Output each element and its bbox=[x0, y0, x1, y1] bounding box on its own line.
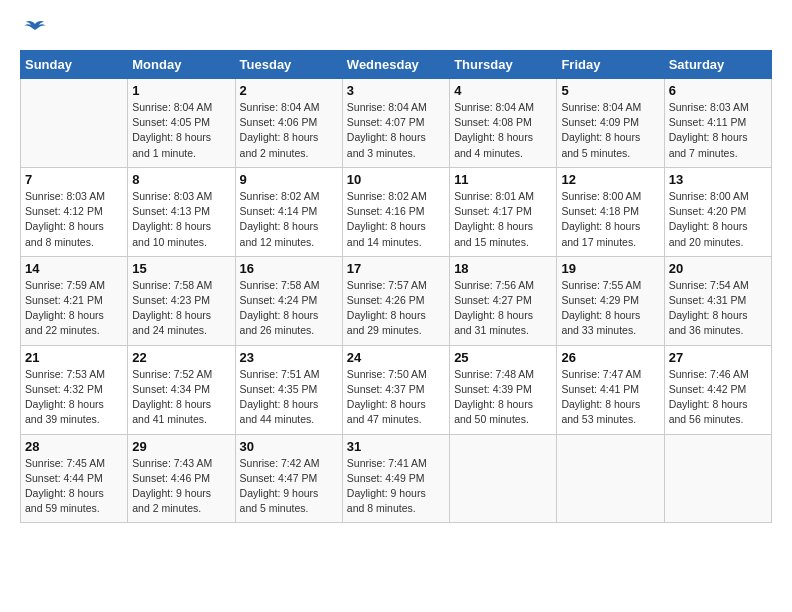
day-info: Sunrise: 8:03 AM Sunset: 4:13 PM Dayligh… bbox=[132, 189, 230, 250]
calendar-table: SundayMondayTuesdayWednesdayThursdayFrid… bbox=[20, 50, 772, 523]
day-info: Sunrise: 8:01 AM Sunset: 4:17 PM Dayligh… bbox=[454, 189, 552, 250]
calendar-body: 1Sunrise: 8:04 AM Sunset: 4:05 PM Daylig… bbox=[21, 79, 772, 523]
calendar-cell: 5Sunrise: 8:04 AM Sunset: 4:09 PM Daylig… bbox=[557, 79, 664, 168]
day-number: 15 bbox=[132, 261, 230, 276]
day-number: 22 bbox=[132, 350, 230, 365]
calendar-cell: 12Sunrise: 8:00 AM Sunset: 4:18 PM Dayli… bbox=[557, 167, 664, 256]
day-info: Sunrise: 7:47 AM Sunset: 4:41 PM Dayligh… bbox=[561, 367, 659, 428]
day-info: Sunrise: 7:56 AM Sunset: 4:27 PM Dayligh… bbox=[454, 278, 552, 339]
calendar-cell: 19Sunrise: 7:55 AM Sunset: 4:29 PM Dayli… bbox=[557, 256, 664, 345]
header-day-wednesday: Wednesday bbox=[342, 51, 449, 79]
calendar-cell: 24Sunrise: 7:50 AM Sunset: 4:37 PM Dayli… bbox=[342, 345, 449, 434]
calendar-cell: 30Sunrise: 7:42 AM Sunset: 4:47 PM Dayli… bbox=[235, 434, 342, 523]
day-number: 29 bbox=[132, 439, 230, 454]
day-info: Sunrise: 7:46 AM Sunset: 4:42 PM Dayligh… bbox=[669, 367, 767, 428]
day-info: Sunrise: 7:41 AM Sunset: 4:49 PM Dayligh… bbox=[347, 456, 445, 517]
day-number: 10 bbox=[347, 172, 445, 187]
day-number: 2 bbox=[240, 83, 338, 98]
calendar-cell bbox=[21, 79, 128, 168]
day-number: 5 bbox=[561, 83, 659, 98]
calendar-cell: 22Sunrise: 7:52 AM Sunset: 4:34 PM Dayli… bbox=[128, 345, 235, 434]
calendar-cell: 15Sunrise: 7:58 AM Sunset: 4:23 PM Dayli… bbox=[128, 256, 235, 345]
calendar-cell: 28Sunrise: 7:45 AM Sunset: 4:44 PM Dayli… bbox=[21, 434, 128, 523]
calendar-cell: 9Sunrise: 8:02 AM Sunset: 4:14 PM Daylig… bbox=[235, 167, 342, 256]
calendar-week-2: 7Sunrise: 8:03 AM Sunset: 4:12 PM Daylig… bbox=[21, 167, 772, 256]
day-info: Sunrise: 8:02 AM Sunset: 4:16 PM Dayligh… bbox=[347, 189, 445, 250]
day-info: Sunrise: 8:04 AM Sunset: 4:08 PM Dayligh… bbox=[454, 100, 552, 161]
day-number: 19 bbox=[561, 261, 659, 276]
logo-text bbox=[20, 20, 46, 38]
calendar-cell: 7Sunrise: 8:03 AM Sunset: 4:12 PM Daylig… bbox=[21, 167, 128, 256]
logo-bird-icon bbox=[24, 20, 46, 38]
day-number: 14 bbox=[25, 261, 123, 276]
header-day-monday: Monday bbox=[128, 51, 235, 79]
day-info: Sunrise: 8:00 AM Sunset: 4:18 PM Dayligh… bbox=[561, 189, 659, 250]
calendar-week-3: 14Sunrise: 7:59 AM Sunset: 4:21 PM Dayli… bbox=[21, 256, 772, 345]
header-row: SundayMondayTuesdayWednesdayThursdayFrid… bbox=[21, 51, 772, 79]
day-info: Sunrise: 8:04 AM Sunset: 4:07 PM Dayligh… bbox=[347, 100, 445, 161]
calendar-cell: 25Sunrise: 7:48 AM Sunset: 4:39 PM Dayli… bbox=[450, 345, 557, 434]
calendar-cell: 31Sunrise: 7:41 AM Sunset: 4:49 PM Dayli… bbox=[342, 434, 449, 523]
day-number: 25 bbox=[454, 350, 552, 365]
logo bbox=[20, 20, 46, 34]
day-number: 1 bbox=[132, 83, 230, 98]
calendar-cell bbox=[450, 434, 557, 523]
calendar-cell: 23Sunrise: 7:51 AM Sunset: 4:35 PM Dayli… bbox=[235, 345, 342, 434]
calendar-cell: 17Sunrise: 7:57 AM Sunset: 4:26 PM Dayli… bbox=[342, 256, 449, 345]
day-info: Sunrise: 8:04 AM Sunset: 4:06 PM Dayligh… bbox=[240, 100, 338, 161]
header-day-tuesday: Tuesday bbox=[235, 51, 342, 79]
day-info: Sunrise: 7:50 AM Sunset: 4:37 PM Dayligh… bbox=[347, 367, 445, 428]
day-info: Sunrise: 7:53 AM Sunset: 4:32 PM Dayligh… bbox=[25, 367, 123, 428]
day-number: 31 bbox=[347, 439, 445, 454]
day-info: Sunrise: 7:54 AM Sunset: 4:31 PM Dayligh… bbox=[669, 278, 767, 339]
calendar-cell: 13Sunrise: 8:00 AM Sunset: 4:20 PM Dayli… bbox=[664, 167, 771, 256]
calendar-cell bbox=[664, 434, 771, 523]
header-day-sunday: Sunday bbox=[21, 51, 128, 79]
day-info: Sunrise: 7:58 AM Sunset: 4:23 PM Dayligh… bbox=[132, 278, 230, 339]
day-number: 11 bbox=[454, 172, 552, 187]
day-number: 12 bbox=[561, 172, 659, 187]
day-number: 24 bbox=[347, 350, 445, 365]
calendar-cell: 16Sunrise: 7:58 AM Sunset: 4:24 PM Dayli… bbox=[235, 256, 342, 345]
day-number: 3 bbox=[347, 83, 445, 98]
day-info: Sunrise: 8:03 AM Sunset: 4:12 PM Dayligh… bbox=[25, 189, 123, 250]
calendar-cell: 18Sunrise: 7:56 AM Sunset: 4:27 PM Dayli… bbox=[450, 256, 557, 345]
calendar-week-4: 21Sunrise: 7:53 AM Sunset: 4:32 PM Dayli… bbox=[21, 345, 772, 434]
header-day-saturday: Saturday bbox=[664, 51, 771, 79]
page-header bbox=[20, 20, 772, 34]
calendar-cell: 4Sunrise: 8:04 AM Sunset: 4:08 PM Daylig… bbox=[450, 79, 557, 168]
day-number: 20 bbox=[669, 261, 767, 276]
calendar-header: SundayMondayTuesdayWednesdayThursdayFrid… bbox=[21, 51, 772, 79]
day-number: 13 bbox=[669, 172, 767, 187]
calendar-cell: 21Sunrise: 7:53 AM Sunset: 4:32 PM Dayli… bbox=[21, 345, 128, 434]
day-number: 4 bbox=[454, 83, 552, 98]
day-info: Sunrise: 7:45 AM Sunset: 4:44 PM Dayligh… bbox=[25, 456, 123, 517]
day-info: Sunrise: 8:00 AM Sunset: 4:20 PM Dayligh… bbox=[669, 189, 767, 250]
calendar-week-5: 28Sunrise: 7:45 AM Sunset: 4:44 PM Dayli… bbox=[21, 434, 772, 523]
day-number: 26 bbox=[561, 350, 659, 365]
calendar-cell: 26Sunrise: 7:47 AM Sunset: 4:41 PM Dayli… bbox=[557, 345, 664, 434]
day-info: Sunrise: 7:48 AM Sunset: 4:39 PM Dayligh… bbox=[454, 367, 552, 428]
calendar-cell: 20Sunrise: 7:54 AM Sunset: 4:31 PM Dayli… bbox=[664, 256, 771, 345]
calendar-cell: 2Sunrise: 8:04 AM Sunset: 4:06 PM Daylig… bbox=[235, 79, 342, 168]
day-info: Sunrise: 8:04 AM Sunset: 4:05 PM Dayligh… bbox=[132, 100, 230, 161]
calendar-cell: 3Sunrise: 8:04 AM Sunset: 4:07 PM Daylig… bbox=[342, 79, 449, 168]
day-number: 21 bbox=[25, 350, 123, 365]
day-info: Sunrise: 7:43 AM Sunset: 4:46 PM Dayligh… bbox=[132, 456, 230, 517]
header-day-thursday: Thursday bbox=[450, 51, 557, 79]
calendar-cell: 11Sunrise: 8:01 AM Sunset: 4:17 PM Dayli… bbox=[450, 167, 557, 256]
day-info: Sunrise: 7:51 AM Sunset: 4:35 PM Dayligh… bbox=[240, 367, 338, 428]
calendar-week-1: 1Sunrise: 8:04 AM Sunset: 4:05 PM Daylig… bbox=[21, 79, 772, 168]
day-number: 6 bbox=[669, 83, 767, 98]
day-info: Sunrise: 7:42 AM Sunset: 4:47 PM Dayligh… bbox=[240, 456, 338, 517]
day-info: Sunrise: 7:57 AM Sunset: 4:26 PM Dayligh… bbox=[347, 278, 445, 339]
day-number: 27 bbox=[669, 350, 767, 365]
day-number: 30 bbox=[240, 439, 338, 454]
calendar-cell: 14Sunrise: 7:59 AM Sunset: 4:21 PM Dayli… bbox=[21, 256, 128, 345]
day-info: Sunrise: 8:03 AM Sunset: 4:11 PM Dayligh… bbox=[669, 100, 767, 161]
calendar-cell: 10Sunrise: 8:02 AM Sunset: 4:16 PM Dayli… bbox=[342, 167, 449, 256]
day-number: 7 bbox=[25, 172, 123, 187]
day-number: 28 bbox=[25, 439, 123, 454]
header-day-friday: Friday bbox=[557, 51, 664, 79]
day-info: Sunrise: 8:04 AM Sunset: 4:09 PM Dayligh… bbox=[561, 100, 659, 161]
